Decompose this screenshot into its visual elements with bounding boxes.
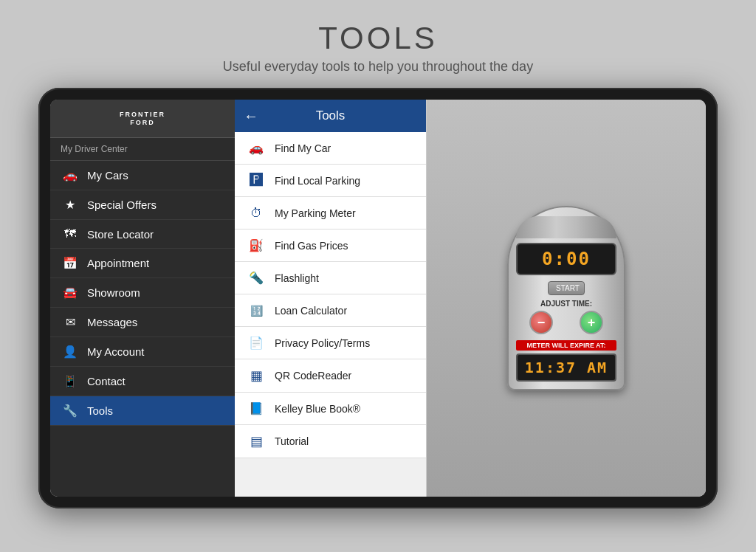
- tool-item-label: Find My Car: [275, 142, 331, 154]
- meter-expire-label: METER WILL EXPIRE AT:: [516, 340, 616, 351]
- tool-my-parking-meter[interactable]: My Parking Meter: [235, 197, 426, 230]
- sidebar-item-label: Store Locator: [87, 228, 154, 241]
- logo: FRONTIER FORD: [120, 111, 165, 127]
- tools-icon: [61, 404, 80, 418]
- findcar-icon: [245, 140, 267, 156]
- sidebar-item-label: Contact: [87, 375, 126, 387]
- meter-body: 0:00 START ADJUST TIME: − + METER WILL E…: [507, 206, 625, 390]
- tools-panel-header: ← Tools: [235, 100, 426, 132]
- kbb-icon: [245, 401, 267, 416]
- tool-item-label: Loan Calculator: [275, 305, 347, 317]
- sidebar-item-label: Special Offers: [87, 199, 157, 211]
- tool-item-label: Flashlight: [275, 272, 319, 284]
- meter-start-button[interactable]: START: [548, 281, 585, 295]
- tool-loan-calculator[interactable]: Loan Calculator: [235, 294, 426, 327]
- calendar-icon: [61, 256, 80, 270]
- meter-adjust-label: ADJUST TIME:: [516, 300, 616, 308]
- showroom-icon: [61, 286, 80, 300]
- tool-find-local-parking[interactable]: Find Local Parking: [235, 165, 426, 197]
- messages-icon: [61, 315, 80, 329]
- tablet-screen: FRONTIER FORD My Driver Center My Cars S…: [50, 100, 706, 497]
- sidebar-item-my-account[interactable]: My Account: [50, 337, 235, 367]
- sidebar-item-store-locator[interactable]: Store Locator: [50, 220, 235, 249]
- sidebar-item-messages[interactable]: Messages: [50, 308, 235, 337]
- meter-icon: [245, 205, 267, 221]
- tools-panel: ← Tools Find My Car Find Local Parking M…: [235, 100, 427, 497]
- qr-icon: [245, 368, 267, 384]
- sidebar-item-label: Appointment: [87, 257, 149, 269]
- tool-item-label: Tutorial: [275, 435, 309, 447]
- meter-minus-button[interactable]: −: [529, 311, 553, 334]
- car-icon: [61, 168, 80, 182]
- sidebar-item-appointment[interactable]: Appointment: [50, 249, 235, 278]
- star-icon: [61, 198, 80, 212]
- tools-panel-title: Tools: [244, 108, 417, 123]
- sidebar-item-label: Messages: [87, 316, 137, 328]
- map-icon: [61, 227, 80, 241]
- sidebar-driver-center-label: My Driver Center: [50, 138, 235, 161]
- tool-item-label: Kelley Blue Book®: [275, 403, 360, 415]
- privacy-icon: [245, 335, 267, 351]
- sidebar-item-label: Showroom: [87, 286, 140, 299]
- contact-icon: [61, 374, 80, 388]
- sidebar-item-showroom[interactable]: Showroom: [50, 278, 235, 308]
- tool-flashlight[interactable]: Flashlight: [235, 262, 426, 294]
- tutorial-icon: [245, 433, 267, 449]
- parking-icon: [245, 173, 267, 188]
- meter-expire-display: 11:37 AM: [516, 353, 616, 382]
- sidebar-item-my-cars[interactable]: My Cars: [50, 161, 235, 190]
- page-header: TOOLS Useful everyday tools to help you …: [223, 0, 533, 88]
- sidebar-item-label: My Account: [87, 345, 145, 358]
- meter-time-display: 0:00: [516, 243, 616, 275]
- calc-icon: [245, 303, 267, 318]
- page-subtitle: Useful everyday tools to help you throug…: [223, 59, 533, 75]
- tool-item-label: QR CodeReader: [275, 370, 351, 382]
- meter-dome: [516, 216, 616, 238]
- tool-item-label: Find Gas Prices: [275, 240, 348, 252]
- meter-adjust-buttons: − +: [516, 311, 616, 334]
- tool-tutorial[interactable]: Tutorial: [235, 425, 426, 458]
- parking-meter: 0:00 START ADJUST TIME: − + METER WILL E…: [507, 206, 625, 390]
- meter-expire-time-value: 11:37 AM: [523, 359, 609, 376]
- sidebar: FRONTIER FORD My Driver Center My Cars S…: [50, 100, 235, 497]
- meter-time-value: 0:00: [523, 249, 609, 269]
- tool-find-my-car[interactable]: Find My Car: [235, 132, 426, 165]
- account-icon: [61, 345, 80, 359]
- sidebar-item-label: My Cars: [87, 169, 128, 182]
- flashlight-icon: [245, 270, 267, 286]
- back-button[interactable]: ←: [244, 108, 258, 125]
- right-panel: 0:00 START ADJUST TIME: − + METER WILL E…: [427, 100, 706, 497]
- sidebar-item-special-offers[interactable]: Special Offers: [50, 190, 235, 220]
- gas-icon: [245, 238, 267, 253]
- tool-find-gas-prices[interactable]: Find Gas Prices: [235, 230, 426, 262]
- tool-item-label: My Parking Meter: [275, 207, 356, 219]
- sidebar-item-label: Tools: [87, 404, 113, 417]
- tool-kelley-blue-book[interactable]: Kelley Blue Book®: [235, 393, 426, 425]
- tool-privacy-policy[interactable]: Privacy Policy/Terms: [235, 327, 426, 359]
- tool-item-label: Privacy Policy/Terms: [275, 337, 370, 349]
- page-title: TOOLS: [223, 21, 533, 56]
- tool-item-label: Find Local Parking: [275, 175, 360, 187]
- sidebar-item-contact[interactable]: Contact: [50, 367, 235, 396]
- tablet-frame: FRONTIER FORD My Driver Center My Cars S…: [38, 88, 718, 508]
- sidebar-item-tools[interactable]: Tools: [50, 396, 235, 426]
- meter-plus-button[interactable]: +: [580, 311, 603, 334]
- sidebar-logo: FRONTIER FORD: [50, 100, 235, 138]
- tool-qr-codereader[interactable]: QR CodeReader: [235, 359, 426, 393]
